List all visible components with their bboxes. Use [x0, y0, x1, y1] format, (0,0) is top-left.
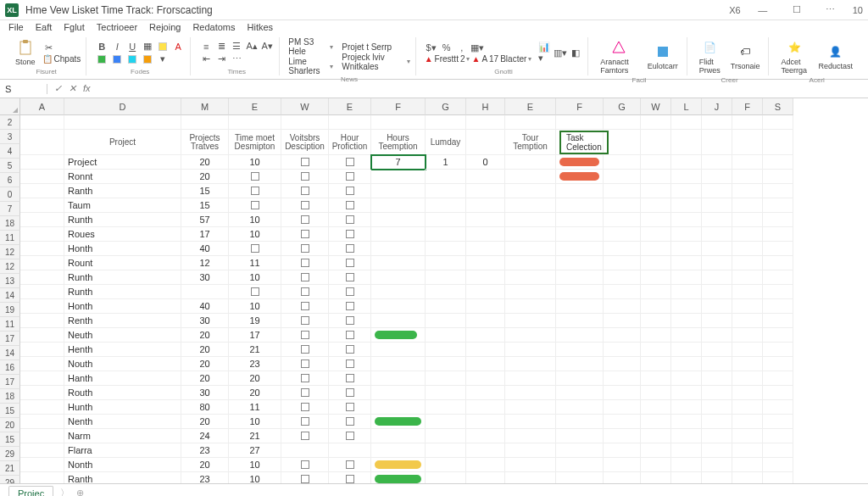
cell[interactable]: [281, 299, 329, 314]
cell[interactable]: [732, 314, 763, 328]
cell[interactable]: [671, 458, 702, 472]
cell[interactable]: Hour Profiction: [329, 130, 371, 155]
checkbox[interactable]: [251, 287, 259, 296]
cell[interactable]: [556, 170, 604, 184]
cell[interactable]: [505, 400, 556, 415]
cell[interactable]: [604, 198, 641, 213]
row-header[interactable]: 14: [0, 346, 20, 360]
cell[interactable]: [426, 270, 466, 285]
cell[interactable]: [281, 170, 329, 184]
cell[interactable]: [732, 443, 763, 458]
menu-edit[interactable]: Eaft: [36, 22, 53, 32]
line-shapes-dropdown[interactable]: Lime Sharlers: [288, 57, 333, 75]
cell[interactable]: 23: [181, 472, 229, 483]
row-header[interactable]: 29: [0, 476, 20, 483]
checkbox[interactable]: [346, 201, 354, 209]
cell[interactable]: [20, 299, 64, 314]
cell[interactable]: [20, 415, 64, 429]
cell[interactable]: 20: [181, 328, 229, 343]
cell[interactable]: [763, 400, 793, 415]
cell[interactable]: 30: [181, 314, 229, 328]
cell[interactable]: [732, 400, 763, 415]
blacter-dropdown[interactable]: Blacter: [500, 54, 531, 64]
cell[interactable]: Time moet Desmipton: [229, 130, 281, 155]
chart-icon[interactable]: 📊▾: [538, 47, 552, 59]
cell[interactable]: [702, 115, 732, 130]
cell[interactable]: 57: [181, 213, 229, 227]
menu-review[interactable]: Rejoing: [149, 22, 181, 32]
cell[interactable]: [763, 299, 793, 314]
cell[interactable]: [505, 170, 556, 184]
cell[interactable]: [671, 198, 702, 213]
cell[interactable]: [371, 386, 426, 400]
cell[interactable]: [671, 429, 702, 443]
cell[interactable]: [371, 285, 426, 299]
cell[interactable]: 80: [181, 400, 229, 415]
checkbox[interactable]: [301, 302, 309, 310]
cell[interactable]: [641, 299, 671, 314]
checkbox[interactable]: [346, 230, 354, 238]
aranact-button[interactable]: Aranactt Famtors: [597, 37, 640, 76]
row-header[interactable]: 18: [0, 216, 20, 231]
cell[interactable]: 7: [371, 155, 426, 170]
paste-button[interactable]: Stone: [12, 37, 39, 68]
cell[interactable]: [604, 386, 641, 400]
cell[interactable]: [702, 227, 732, 242]
cell[interactable]: [641, 415, 671, 429]
select-all-corner[interactable]: [0, 98, 20, 115]
minimize-button[interactable]: —: [751, 5, 775, 15]
cell[interactable]: [641, 184, 671, 198]
cell[interactable]: [732, 299, 763, 314]
cut-icon[interactable]: ✂: [42, 42, 56, 53]
cell[interactable]: [671, 357, 702, 371]
cell[interactable]: [604, 155, 641, 170]
cell[interactable]: 20: [181, 155, 229, 170]
checkbox[interactable]: [251, 172, 259, 181]
cell[interactable]: [604, 242, 641, 256]
cell[interactable]: [556, 415, 604, 429]
row-header[interactable]: 20: [0, 418, 20, 432]
checkbox[interactable]: [346, 374, 354, 382]
tab-new-icon[interactable]: ⊕: [76, 488, 84, 496]
cell[interactable]: [763, 270, 793, 285]
cell[interactable]: [329, 458, 371, 472]
chevron-down-icon[interactable]: ▾: [156, 53, 170, 65]
checkbox[interactable]: [346, 432, 354, 440]
cell[interactable]: [371, 343, 426, 357]
table-icon[interactable]: ▥▾: [554, 47, 567, 59]
cell[interactable]: [702, 270, 732, 285]
cell[interactable]: [604, 472, 641, 483]
cell[interactable]: [604, 314, 641, 328]
cell[interactable]: Projects Tratves: [181, 130, 229, 155]
cell[interactable]: [329, 213, 371, 227]
cell[interactable]: [641, 400, 671, 415]
swatch-orange[interactable]: [141, 53, 154, 65]
cell[interactable]: [641, 357, 671, 371]
cell[interactable]: [505, 443, 556, 458]
cell[interactable]: [671, 285, 702, 299]
cell[interactable]: [281, 198, 329, 213]
checkbox[interactable]: [346, 316, 354, 325]
cell[interactable]: [604, 184, 641, 198]
checkbox[interactable]: [346, 417, 354, 426]
cell[interactable]: [329, 184, 371, 198]
row-header[interactable]: 4: [0, 144, 20, 159]
cell[interactable]: [732, 472, 763, 483]
cell[interactable]: 17: [181, 227, 229, 242]
column-header[interactable]: D: [64, 98, 181, 115]
cell[interactable]: [329, 198, 371, 213]
cell[interactable]: [604, 299, 641, 314]
italic-icon[interactable]: I: [110, 41, 124, 53]
cell[interactable]: Runth: [64, 285, 181, 299]
cell[interactable]: Project: [64, 130, 181, 155]
cell[interactable]: [641, 458, 671, 472]
cell[interactable]: [702, 400, 732, 415]
checkbox[interactable]: [346, 273, 354, 281]
font-shrink-icon[interactable]: A▾: [260, 41, 274, 53]
cell[interactable]: [702, 472, 732, 483]
cell[interactable]: [641, 314, 671, 328]
cell[interactable]: Hunth: [64, 400, 181, 415]
cell[interactable]: [702, 242, 732, 256]
cell[interactable]: [556, 213, 604, 227]
checkbox[interactable]: [301, 172, 309, 181]
